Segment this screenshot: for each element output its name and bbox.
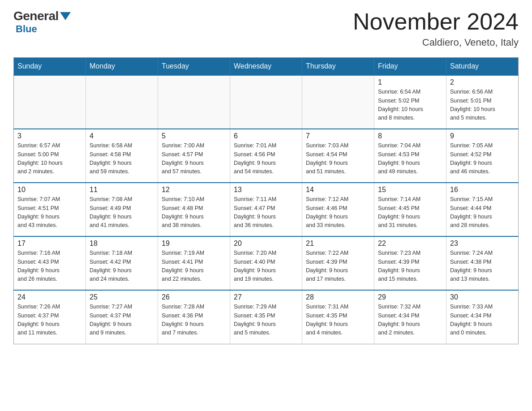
day-number: 25 [90,293,154,301]
header: General Blue November 2024 Caldiero, Ven… [13,9,519,48]
logo-general-text: General [13,9,59,23]
month-year-title: November 2024 [353,9,519,34]
calendar-cell: 10Sunrise: 7:07 AMSunset: 4:51 PMDayligh… [14,183,86,236]
day-detail: Sunrise: 7:23 AMSunset: 4:39 PMDaylight:… [378,249,442,284]
weekday-header-tuesday: Tuesday [158,58,230,76]
logo-area: General Blue [13,9,71,35]
day-detail: Sunrise: 7:07 AMSunset: 4:51 PMDaylight:… [17,195,82,230]
day-number: 20 [234,240,298,248]
calendar-cell [158,75,230,129]
day-detail: Sunrise: 7:24 AMSunset: 4:38 PMDaylight:… [450,249,515,284]
calendar-cell: 8Sunrise: 7:04 AMSunset: 4:53 PMDaylight… [374,129,446,183]
day-number: 15 [378,186,442,194]
day-number: 17 [17,240,82,248]
day-detail: Sunrise: 7:29 AMSunset: 4:35 PMDaylight:… [234,303,298,338]
day-number: 2 [450,78,515,86]
day-detail: Sunrise: 6:54 AMSunset: 5:02 PMDaylight:… [378,88,442,123]
calendar-cell: 29Sunrise: 7:32 AMSunset: 4:34 PMDayligh… [374,290,446,344]
calendar-cell [86,75,158,129]
day-number: 14 [306,186,370,194]
calendar-cell: 25Sunrise: 7:27 AMSunset: 4:37 PMDayligh… [86,290,158,344]
day-detail: Sunrise: 7:11 AMSunset: 4:47 PMDaylight:… [234,195,298,230]
calendar-cell [302,75,374,129]
calendar-cell: 5Sunrise: 7:00 AMSunset: 4:57 PMDaylight… [158,129,230,183]
day-number: 4 [90,132,154,140]
day-detail: Sunrise: 6:58 AMSunset: 4:58 PMDaylight:… [90,141,154,176]
day-number: 28 [306,293,370,301]
day-detail: Sunrise: 7:01 AMSunset: 4:56 PMDaylight:… [234,141,298,176]
page: General Blue November 2024 Caldiero, Ven… [0,0,532,411]
day-number: 24 [17,293,82,301]
calendar-cell: 6Sunrise: 7:01 AMSunset: 4:56 PMDaylight… [230,129,302,183]
day-number: 22 [378,240,442,248]
calendar-cell: 24Sunrise: 7:26 AMSunset: 4:37 PMDayligh… [14,290,86,344]
day-number: 30 [450,293,515,301]
day-detail: Sunrise: 7:12 AMSunset: 4:46 PMDaylight:… [306,195,370,230]
weekday-header-saturday: Saturday [446,58,519,76]
calendar-cell: 18Sunrise: 7:18 AMSunset: 4:42 PMDayligh… [86,236,158,290]
calendar-cell: 9Sunrise: 7:05 AMSunset: 4:52 PMDaylight… [446,129,519,183]
day-detail: Sunrise: 7:08 AMSunset: 4:49 PMDaylight:… [90,195,154,230]
day-number: 11 [90,186,154,194]
weekday-header-friday: Friday [374,58,446,76]
calendar-cell: 16Sunrise: 7:15 AMSunset: 4:44 PMDayligh… [446,183,519,236]
day-number: 10 [17,186,82,194]
calendar-table: SundayMondayTuesdayWednesdayThursdayFrid… [13,57,519,344]
day-detail: Sunrise: 7:32 AMSunset: 4:34 PMDaylight:… [378,303,442,338]
calendar-cell: 12Sunrise: 7:10 AMSunset: 4:48 PMDayligh… [158,183,230,236]
day-detail: Sunrise: 7:27 AMSunset: 4:37 PMDaylight:… [90,303,154,338]
day-detail: Sunrise: 7:33 AMSunset: 4:34 PMDaylight:… [450,303,515,338]
calendar-cell: 15Sunrise: 7:14 AMSunset: 4:45 PMDayligh… [374,183,446,236]
calendar-header: SundayMondayTuesdayWednesdayThursdayFrid… [14,58,519,76]
day-number: 7 [306,132,370,140]
day-number: 23 [450,240,515,248]
weekday-row: SundayMondayTuesdayWednesdayThursdayFrid… [14,58,519,76]
day-detail: Sunrise: 7:15 AMSunset: 4:44 PMDaylight:… [450,195,515,230]
calendar-cell: 28Sunrise: 7:31 AMSunset: 4:35 PMDayligh… [302,290,374,344]
weekday-header-thursday: Thursday [302,58,374,76]
calendar-cell: 1Sunrise: 6:54 AMSunset: 5:02 PMDaylight… [374,75,446,129]
day-number: 29 [378,293,442,301]
calendar-week-row: 10Sunrise: 7:07 AMSunset: 4:51 PMDayligh… [14,183,519,236]
calendar-week-row: 17Sunrise: 7:16 AMSunset: 4:43 PMDayligh… [14,236,519,290]
calendar-cell: 26Sunrise: 7:28 AMSunset: 4:36 PMDayligh… [158,290,230,344]
calendar-cell: 27Sunrise: 7:29 AMSunset: 4:35 PMDayligh… [230,290,302,344]
calendar-week-row: 3Sunrise: 6:57 AMSunset: 5:00 PMDaylight… [14,129,519,183]
day-number: 26 [162,293,226,301]
weekday-header-sunday: Sunday [14,58,86,76]
calendar-cell [230,75,302,129]
day-detail: Sunrise: 7:14 AMSunset: 4:45 PMDaylight:… [378,195,442,230]
day-number: 3 [17,132,82,140]
calendar-cell: 17Sunrise: 7:16 AMSunset: 4:43 PMDayligh… [14,236,86,290]
day-detail: Sunrise: 7:04 AMSunset: 4:53 PMDaylight:… [378,141,442,176]
day-detail: Sunrise: 7:31 AMSunset: 4:35 PMDaylight:… [306,303,370,338]
calendar-cell: 22Sunrise: 7:23 AMSunset: 4:39 PMDayligh… [374,236,446,290]
day-number: 6 [234,132,298,140]
calendar-week-row: 1Sunrise: 6:54 AMSunset: 5:02 PMDaylight… [14,75,519,129]
calendar-cell: 23Sunrise: 7:24 AMSunset: 4:38 PMDayligh… [446,236,519,290]
day-number: 19 [162,240,226,248]
day-detail: Sunrise: 6:57 AMSunset: 5:00 PMDaylight:… [17,141,82,176]
day-detail: Sunrise: 7:05 AMSunset: 4:52 PMDaylight:… [450,141,515,176]
calendar-cell: 21Sunrise: 7:22 AMSunset: 4:39 PMDayligh… [302,236,374,290]
day-number: 9 [450,132,515,140]
calendar-week-row: 24Sunrise: 7:26 AMSunset: 4:37 PMDayligh… [14,290,519,344]
logo-blue-text: Blue [16,23,37,35]
calendar-cell: 14Sunrise: 7:12 AMSunset: 4:46 PMDayligh… [302,183,374,236]
day-detail: Sunrise: 7:10 AMSunset: 4:48 PMDaylight:… [162,195,226,230]
day-detail: Sunrise: 7:28 AMSunset: 4:36 PMDaylight:… [162,303,226,338]
day-number: 13 [234,186,298,194]
calendar-cell: 4Sunrise: 6:58 AMSunset: 4:58 PMDaylight… [86,129,158,183]
day-number: 1 [378,78,442,86]
day-number: 8 [378,132,442,140]
calendar-body: 1Sunrise: 6:54 AMSunset: 5:02 PMDaylight… [14,75,519,344]
day-detail: Sunrise: 7:20 AMSunset: 4:40 PMDaylight:… [234,249,298,284]
location-subtitle: Caldiero, Veneto, Italy [353,37,519,48]
day-detail: Sunrise: 7:00 AMSunset: 4:57 PMDaylight:… [162,141,226,176]
day-number: 18 [90,240,154,248]
calendar-cell: 11Sunrise: 7:08 AMSunset: 4:49 PMDayligh… [86,183,158,236]
calendar-cell: 2Sunrise: 6:56 AMSunset: 5:01 PMDaylight… [446,75,519,129]
calendar-cell: 20Sunrise: 7:20 AMSunset: 4:40 PMDayligh… [230,236,302,290]
weekday-header-wednesday: Wednesday [230,58,302,76]
calendar-cell: 7Sunrise: 7:03 AMSunset: 4:54 PMDaylight… [302,129,374,183]
